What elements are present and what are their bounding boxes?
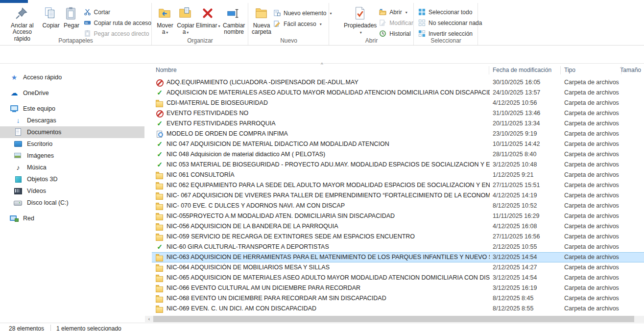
sidebar-item-videos[interactable]: Vídeos bbox=[0, 185, 147, 197]
column-header-fecha[interactable]: Fecha de modificación bbox=[493, 67, 551, 73]
document-icon bbox=[14, 128, 23, 137]
file-date: 24/10/2025 13:57 bbox=[493, 89, 540, 96]
sidebar-item-disco-local-c[interactable]: Disco local (C:) bbox=[0, 197, 147, 209]
copy-button[interactable]: Copiar bbox=[41, 5, 62, 29]
sidebar-item-descargas[interactable]: ↓Descargas bbox=[0, 115, 147, 126]
column-header-tipo[interactable]: Tipo bbox=[564, 67, 575, 73]
sidebar-item-musica[interactable]: ♪Música bbox=[0, 162, 147, 173]
scroll-left-icon[interactable]: ‹ bbox=[146, 316, 152, 322]
copy-path-button[interactable]: W... Copiar ruta de acceso bbox=[84, 18, 151, 28]
file-row[interactable]: EVENTO FESTIVIDADES NO31/10/2025 13:46Ca… bbox=[152, 108, 644, 118]
delete-button[interactable]: Eliminar▾ bbox=[196, 5, 220, 29]
button-label: Invertir selección bbox=[429, 30, 473, 37]
modify-button[interactable]: Modificar bbox=[379, 18, 413, 28]
horizontal-scrollbar[interactable]: ‹ bbox=[145, 316, 644, 322]
file-type: Carpeta de archivos bbox=[564, 161, 619, 168]
file-name: NIC- 067 ADQUISICION DE VIVERES PARA TAL… bbox=[167, 192, 490, 199]
file-date: 30/10/2025 16:05 bbox=[493, 79, 540, 86]
file-date: 11/11/2025 16:29 bbox=[493, 213, 539, 219]
file-row[interactable]: NIC-059 SERVICIO DE RECARGA DE EXTINTORE… bbox=[152, 232, 644, 242]
status-divider bbox=[50, 325, 51, 331]
file-row[interactable]: ADQ.EQUIPAMIENTO (LICUADORA -DISPENSADOR… bbox=[152, 77, 644, 88]
rename-button[interactable]: Cambiar nombre bbox=[220, 5, 248, 36]
button-label: Modificar bbox=[389, 20, 413, 26]
file-name: NIC-069 EVEN. C. UN DICI. AM CON DISCAPA… bbox=[167, 305, 490, 312]
file-row[interactable]: ✓NIC 048 Adquisicion de material didacti… bbox=[152, 149, 644, 160]
file-row[interactable]: NIC-065 ADQUISICION DE MATERIALES ASEO A… bbox=[152, 273, 644, 283]
button-label: Copiar ruta de acceso bbox=[94, 20, 151, 26]
sidebar-item-red[interactable]: Red bbox=[0, 213, 147, 224]
file-name: NIC-60 GIRA CULTURAL-TRANSPORTE A DEPORT… bbox=[167, 243, 490, 250]
file-date: 3/12/2025 14:54 bbox=[493, 274, 537, 281]
sidebar-item-este-equipo[interactable]: Este equipo bbox=[0, 103, 147, 115]
easy-access-button[interactable]: Fácil acceso ▾ bbox=[273, 19, 332, 29]
videos-icon bbox=[14, 187, 23, 195]
column-divider[interactable] bbox=[560, 66, 561, 74]
move-to-button[interactable]: Mover a▾ bbox=[155, 5, 175, 36]
new-item-button[interactable]: Nuevo elemento ▾ bbox=[273, 8, 332, 19]
sidebar-item-objetos-3d[interactable]: Objetos 3D bbox=[0, 173, 147, 185]
file-name: CDI-MATERIAL DE BIOSEGURIDAD bbox=[167, 99, 490, 106]
file-row[interactable]: ✓NIC-60 GIRA CULTURAL-TRANSPORTE A DEPOR… bbox=[152, 242, 644, 252]
column-divider[interactable] bbox=[489, 66, 489, 74]
file-row[interactable]: ✓ADQUISICION DE MATERIALES ASEO ADULTO M… bbox=[152, 88, 644, 98]
properties-button[interactable]: Propiedades▾ bbox=[343, 5, 377, 36]
sidebar-item-imagenes[interactable]: Imágenes bbox=[0, 150, 147, 162]
file-name: NIC-059 SERVICIO DE RECARGA DE EXTINTORE… bbox=[167, 233, 490, 240]
column-header-nombre[interactable]: Nombre bbox=[156, 67, 177, 73]
file-row[interactable]: ✓EVENTO FESTIVIDADES PARROQUIA20/11/2025… bbox=[152, 118, 644, 129]
scrollbar-thumb[interactable] bbox=[153, 316, 634, 322]
file-name: NIC 062 EQUIPAMIENTO PARA LA SEDE DEL AD… bbox=[167, 182, 490, 189]
file-row[interactable]: CDI-MATERIAL DE BIOSEGURIDAD4/12/2025 10… bbox=[152, 98, 644, 108]
button-label: Abrir bbox=[389, 9, 402, 16]
file-row[interactable]: NIC- 070 EVE. C DULCES Y ADORNOS NAVI. A… bbox=[152, 201, 644, 211]
file-date: 28/11/2025 8:40 bbox=[493, 151, 536, 158]
delete-icon bbox=[200, 6, 216, 22]
file-date: 27/11/2025 15:51 bbox=[493, 182, 540, 189]
item-count: 28 elementos bbox=[9, 325, 44, 331]
paste-icon bbox=[64, 6, 79, 22]
folder-icon bbox=[156, 171, 164, 179]
file-row[interactable]: NIC- 067 ADQUISICION DE VIVERES PARA TAL… bbox=[152, 190, 644, 201]
file-row[interactable]: NIC-068 EVENTO UN DICIEMBRE PARA RECORDA… bbox=[152, 293, 644, 304]
cut-button[interactable]: Cortar bbox=[84, 7, 151, 18]
sidebar-item-documentos[interactable]: Documentos bbox=[0, 126, 144, 138]
select-all-button[interactable]: Seleccionar todo bbox=[418, 7, 482, 18]
pin-quick-access-button[interactable]: Anclar al Acceso rápido bbox=[4, 5, 41, 42]
copy-to-button[interactable]: Copiar a▾ bbox=[175, 5, 196, 36]
sidebar-item-label: Objetos 3D bbox=[27, 176, 58, 183]
select-none-button[interactable]: No seleccionar nada bbox=[418, 18, 482, 28]
dropdown-arrow-icon: ▾ bbox=[405, 10, 407, 15]
file-row[interactable]: NIC-056 ADQUISICION DE LA BANDERA DE LA … bbox=[152, 221, 644, 232]
open-button[interactable]: Abrir ▾ bbox=[379, 7, 413, 18]
easy-access-icon bbox=[273, 20, 281, 28]
paste-button[interactable]: Pegar bbox=[62, 5, 82, 29]
disk-icon bbox=[14, 198, 23, 207]
file-row[interactable]: NIC-055PROYECTO A.M MODALIDAD ATEN. DOMI… bbox=[152, 211, 644, 221]
sidebar-item-escritorio[interactable]: Escritorio bbox=[0, 138, 147, 150]
music-icon: ♪ bbox=[14, 163, 23, 172]
sidebar-item-label: Escritorio bbox=[27, 141, 52, 147]
file-date: 4/12/2025 10:56 bbox=[493, 99, 537, 106]
file-row[interactable]: ✓NIC 053 MATERIAL DE BIOSEGURIDAD - PROY… bbox=[152, 160, 644, 170]
column-headers: Nombre ^ Fecha de modificación Tipo Tama… bbox=[152, 65, 644, 75]
sidebar-item-onedrive[interactable]: ☁OneDrive bbox=[0, 87, 147, 99]
properties-icon bbox=[353, 6, 368, 22]
file-row[interactable]: NIC 062 EQUIPAMIENTO PARA LA SEDE DEL AD… bbox=[152, 180, 644, 190]
file-name: NIC-063 ADQUISICION DE HERRAMIENTAS PARA… bbox=[167, 254, 490, 260]
selection-count: 1 elemento seleccionado bbox=[56, 325, 121, 331]
new-folder-button[interactable]: Nueva carpeta bbox=[252, 5, 271, 36]
button-label: Cambiar nombre bbox=[220, 23, 248, 36]
column-divider[interactable] bbox=[621, 66, 621, 74]
file-row[interactable]: NIC-066 EVENTO CULTURAL AM UN DICIEMBRE … bbox=[152, 283, 644, 293]
file-row[interactable]: MODELO DE ORDEN DE COMPRA INFIMA23/10/20… bbox=[152, 129, 644, 139]
file-row[interactable]: NIC-069 EVEN. C. UN DICI. AM CON DISCAPA… bbox=[152, 304, 644, 314]
sidebar-item-label: Descargas bbox=[27, 117, 56, 124]
file-name: NIC 061 CONSULTORÍA bbox=[167, 171, 490, 178]
file-row[interactable]: NIC-063 ADQUISICION DE HERRAMIENTAS PARA… bbox=[152, 252, 644, 262]
file-row[interactable]: NIC 061 CONSULTORÍA1/12/2025 9:21Carpeta… bbox=[152, 170, 644, 180]
sidebar-item-acceso-rapido[interactable]: ★Acceso rápido bbox=[0, 71, 147, 83]
file-row[interactable]: ✓NIC 047 ADQUISICION DE MATERIAL DIDACTI… bbox=[152, 139, 644, 149]
file-row[interactable]: NIC-064 ADQUISICIÓN DE MOBILIARIOS MESA … bbox=[152, 262, 644, 273]
column-header-tamano[interactable]: Tamaño bbox=[620, 67, 641, 73]
